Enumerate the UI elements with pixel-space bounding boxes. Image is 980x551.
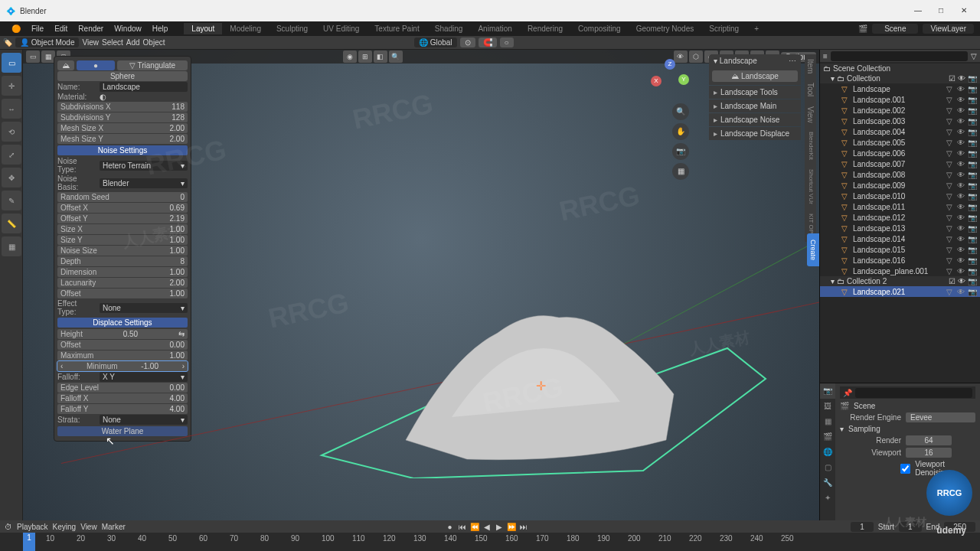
eye-icon[interactable]: 👁 (956, 149, 965, 158)
eye-icon[interactable]: 👁 (956, 192, 965, 201)
modifier-icon[interactable]: ▽ (945, 160, 954, 168)
camera-icon[interactable]: 📷 (968, 192, 977, 201)
maximum-input[interactable]: Maximum1.00 (57, 350, 188, 360)
subdivisions-y-input[interactable]: Subdivisions Y128 (57, 112, 188, 122)
perspective-icon[interactable]: ▦ (672, 163, 689, 180)
panel-icon[interactable]: ⛰ (57, 60, 74, 70)
tab-rendering[interactable]: Rendering (520, 23, 570, 34)
material-selector[interactable]: ◐ (100, 93, 106, 101)
timeline-view-menu[interactable]: View (80, 523, 97, 531)
outliner-item[interactable]: ▽Landscape.006▽👁📷 (820, 148, 980, 158)
modifier-icon[interactable]: ▽ (945, 85, 954, 93)
camera-icon[interactable]: 📷 (968, 149, 977, 158)
pan-icon[interactable]: ✋ (672, 123, 689, 140)
outliner-item[interactable]: ▽Landscape.002▽👁📷 (820, 105, 980, 116)
engine-select[interactable]: Eevee (906, 412, 975, 422)
camera-icon[interactable]: 📷 (968, 106, 977, 115)
viewlayer-selector[interactable]: ViewLayer (923, 24, 974, 34)
orientation-selector[interactable]: 🌐 Global (414, 37, 457, 47)
dimension-input[interactable]: Dimension1.00 (57, 267, 188, 277)
mesh-size-x-input[interactable]: Mesh Size X2.00 (57, 123, 188, 133)
camera-icon[interactable]: 📷 (968, 235, 977, 243)
height-input[interactable]: Height0.50 ⇆ (57, 329, 188, 339)
eye-icon[interactable]: 👁 (956, 288, 965, 296)
tab-sculpting[interactable]: Sculpting (269, 23, 315, 34)
camera-icon[interactable]: 📷 (968, 117, 977, 126)
play-reverse-icon[interactable]: ◀ (482, 523, 492, 531)
eye-icon[interactable]: 👁 (956, 171, 965, 179)
tab-blenderkit[interactable]: BlenderKit (805, 127, 816, 165)
eye-icon[interactable]: 👁 (956, 224, 965, 233)
offset-y-input[interactable]: Offset Y2.19 (57, 214, 188, 223)
axis-x-icon[interactable]: X (651, 76, 662, 86)
denoise-checkbox[interactable] (900, 464, 910, 474)
tool-select-box[interactable]: ▭ (2, 53, 21, 73)
landscape-panel-header[interactable]: ▾ Landscape⋯ (709, 54, 801, 67)
outliner-item[interactable]: ▽Landscape.016▽👁📷 (820, 255, 980, 266)
landscape-tools-section[interactable]: ▸Landscape Tools (709, 86, 801, 99)
outliner-item[interactable]: ▽Landscape.011▽👁📷 (820, 201, 980, 212)
blender-icon[interactable]: 🟠 (6, 23, 26, 34)
effect-type-select[interactable]: None▾ (100, 303, 188, 313)
outliner-item[interactable]: ▽Landscape.001▽👁📷 (820, 94, 980, 105)
name-input[interactable]: Landscape (100, 82, 188, 92)
gizmo-toggle-icon[interactable]: ◉ (343, 51, 357, 63)
random-seed-input[interactable]: Random Seed0 (57, 192, 188, 202)
collection-row[interactable]: ▾🗀Collection☑ 👁 📷 (820, 73, 980, 83)
outliner-search-input[interactable] (831, 51, 968, 61)
modifier-icon[interactable]: ▽ (945, 288, 954, 296)
camera-icon[interactable]: 📷 (968, 181, 977, 190)
keyframe-next-icon[interactable]: ⏩ (506, 523, 517, 531)
depth-input[interactable]: Depth8 (57, 256, 188, 266)
prop-tab-viewlayer[interactable]: ▦ (820, 414, 835, 429)
gizmo-icon[interactable]: ⬡ (689, 51, 703, 63)
landscape-displace-section[interactable]: ▸Landscape Displace (709, 127, 801, 140)
eye-icon[interactable]: 👁 (956, 214, 965, 222)
camera-icon[interactable]: 📷 (968, 224, 977, 233)
modifier-icon[interactable]: ▽ (945, 214, 954, 222)
prop-tab-render[interactable]: 📷 (820, 383, 835, 399)
size-x-input[interactable]: Size X1.00 (57, 224, 188, 234)
menu-window[interactable]: Window (109, 23, 147, 34)
modifier-icon[interactable]: ▽ (945, 149, 954, 158)
panel-options-icon[interactable]: ⋯ (789, 57, 796, 65)
noise-size-input[interactable]: Noise Size1.00 (57, 246, 188, 256)
outliner-item[interactable]: ▽Landscape.012▽👁📷 (820, 212, 980, 223)
falloff-select[interactable]: X Y▾ (100, 372, 188, 382)
modifier-icon[interactable]: ▽ (945, 96, 954, 104)
menu-view[interactable]: View (82, 38, 99, 47)
noise-basis-select[interactable]: Blender▾ (100, 178, 188, 188)
panel-slider[interactable]: ● (77, 60, 115, 70)
close-button[interactable]: ✕ (954, 4, 974, 18)
menu-edit[interactable]: Edit (49, 23, 73, 34)
tab-scripting[interactable]: Scripting (701, 23, 746, 34)
outliner-item[interactable]: ▽Landscape.010▽👁📷 (820, 191, 980, 201)
tab-view[interactable]: View (805, 102, 816, 128)
lacunarity-input[interactable]: Lacunarity2.00 (57, 278, 188, 288)
timeline-editor-icon[interactable]: ⏱ (5, 523, 12, 531)
tool-transform[interactable]: ✥ (2, 168, 21, 187)
prop-search-input[interactable] (855, 388, 972, 398)
eye-icon[interactable]: 👁 (956, 203, 965, 211)
modifier-icon[interactable]: ▽ (945, 181, 954, 190)
outliner-item[interactable]: ▽Landscape.003▽👁📷 (820, 116, 980, 126)
proportional-button[interactable]: ○ (500, 37, 514, 47)
play-icon[interactable]: ▶ (494, 523, 505, 531)
falloff-y-input[interactable]: Falloff Y4.00 (57, 404, 188, 414)
link-icon[interactable]: ⇆ (178, 330, 185, 338)
falloff-x-input[interactable]: Falloff X4.00 (57, 393, 188, 403)
noise-type-select[interactable]: Hetero Terrain▾ (100, 161, 188, 171)
eye-icon[interactable]: 👁 (956, 267, 965, 276)
eye-icon[interactable]: 👁 (956, 128, 965, 136)
collection2-row[interactable]: ▾🗀Collection 2☑ 👁 📷 (820, 276, 980, 286)
tool-add-cube[interactable]: ▦ (2, 236, 21, 256)
disp-offset-input[interactable]: Offset0.00 (57, 340, 188, 350)
eye-icon[interactable]: 👁 (956, 256, 965, 265)
edge-level-input[interactable]: Edge Level0.00 (57, 383, 188, 393)
autokey-icon[interactable]: ● (448, 523, 452, 531)
modifier-icon[interactable]: ▽ (945, 128, 954, 136)
eye-icon[interactable]: 👁 (956, 246, 965, 254)
tab-uv[interactable]: UV Editing (315, 23, 367, 34)
camera-icon[interactable]: 📷 (968, 203, 977, 211)
timeline-ruler[interactable]: 1 10203040506070809010011012013014015016… (0, 533, 980, 551)
